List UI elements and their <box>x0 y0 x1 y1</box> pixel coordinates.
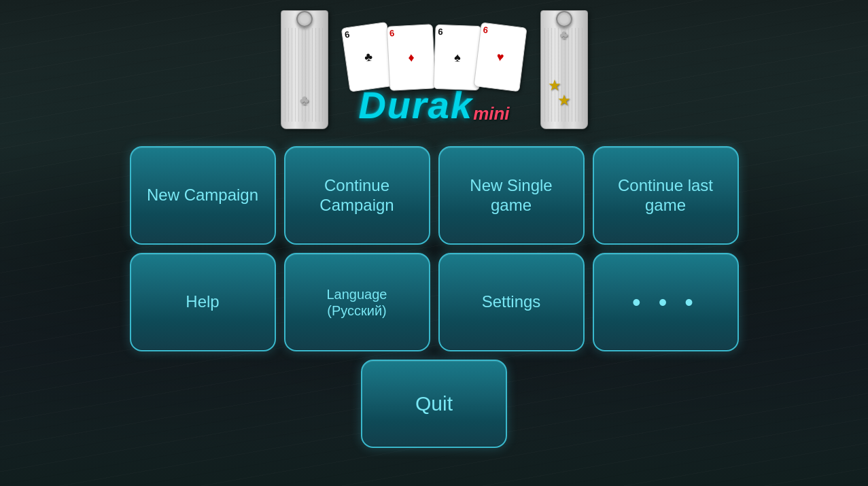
epaulette-left: ♣ <box>274 10 335 139</box>
epaulette-right-figure: ♣ <box>560 28 568 42</box>
card-2: 6 ♦ <box>386 24 436 90</box>
continue-campaign-button[interactable]: Continue Campaign <box>284 146 430 245</box>
quit-button[interactable]: Quit <box>361 360 507 448</box>
logo-subtitle: mini <box>473 103 509 124</box>
header: ♣ 6 ♣ 6 ♦ 6 ♠ 6 ♥ Durak mini <box>0 0 868 143</box>
language-button[interactable]: Language (Русский) <box>284 253 430 351</box>
menu-row-1: New Campaign Continue Campaign New Singl… <box>130 146 739 245</box>
menu-row-3: Quit <box>361 360 507 448</box>
new-campaign-button[interactable]: New Campaign <box>130 146 276 245</box>
card-4: 6 ♥ <box>473 22 527 92</box>
help-button[interactable]: Help <box>130 253 276 351</box>
epaulette-left-figure: ♣ <box>300 92 309 108</box>
continue-last-game-button[interactable]: Continue last game <box>593 146 739 245</box>
logo-area: 6 ♣ 6 ♦ 6 ♠ 6 ♥ Durak mini <box>342 25 527 124</box>
cards-row: 6 ♣ 6 ♦ 6 ♠ 6 ♥ <box>342 25 527 90</box>
logo-title: Durak <box>358 86 473 124</box>
menu-container: New Campaign Continue Campaign New Singl… <box>130 146 739 448</box>
epaulette-right-star-2: ★ <box>557 92 571 109</box>
new-single-game-button[interactable]: New Single game <box>438 146 585 245</box>
menu-row-2: Help Language (Русский) Settings • • • <box>130 253 739 351</box>
more-button[interactable]: • • • <box>593 253 739 351</box>
settings-button[interactable]: Settings <box>438 253 585 351</box>
epaulette-right: ♣ ★ ★ <box>534 10 595 139</box>
